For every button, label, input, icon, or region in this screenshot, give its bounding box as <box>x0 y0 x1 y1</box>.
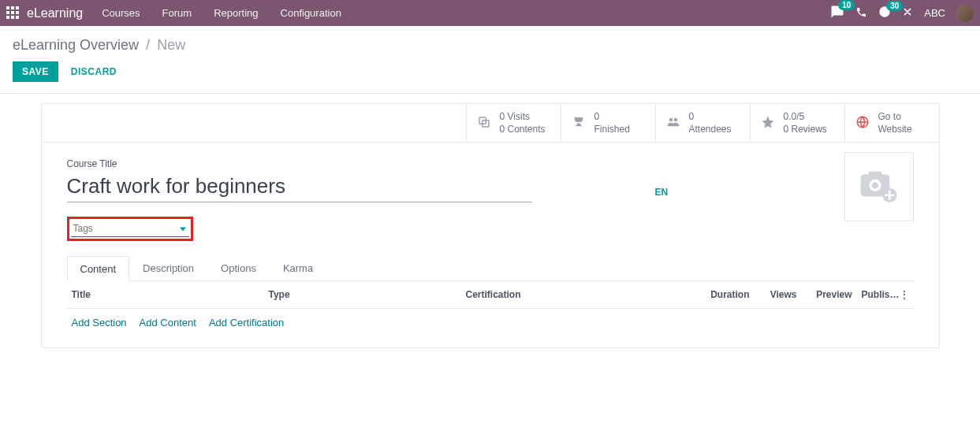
table-menu-icon[interactable]: ⋮ <box>900 289 909 300</box>
tab-description[interactable]: Description <box>129 255 207 280</box>
form-tabs: Content Description Options Karma Title … <box>67 255 914 347</box>
stat-visits[interactable]: 0 Visits 0 Contents <box>466 104 561 142</box>
stat-attendees-line2: Attendees <box>689 123 732 135</box>
stat-finished-line2: Finished <box>594 123 630 135</box>
svg-point-7 <box>871 183 878 189</box>
discard-button[interactable]: DISCARD <box>68 61 120 82</box>
col-title: Title <box>72 289 269 300</box>
content-table-header: Title Type Certification Duration Views … <box>67 281 914 309</box>
course-image-placeholder[interactable] <box>844 152 914 221</box>
form-sheet: 0 Visits 0 Contents 0 Finished 0 Attende… <box>41 103 940 348</box>
course-title-input[interactable] <box>67 173 532 202</box>
copy-icon <box>476 115 492 132</box>
users-icon <box>665 115 681 132</box>
add-content-link[interactable]: Add Content <box>140 317 196 328</box>
messages-icon[interactable]: 10 <box>830 5 844 21</box>
stat-website[interactable]: Go to Website <box>844 104 939 142</box>
star-icon <box>760 115 776 132</box>
top-navbar: eLearning Courses Forum Reporting Config… <box>0 0 980 26</box>
stat-finished-line1: 0 <box>594 110 630 123</box>
tab-content[interactable]: Content <box>67 256 130 281</box>
stat-attendees-line1: 0 <box>689 110 732 123</box>
divider <box>0 93 980 94</box>
tags-highlight-box <box>67 217 193 241</box>
tab-options[interactable]: Options <box>207 255 270 280</box>
globe-icon <box>855 115 870 132</box>
messages-badge: 10 <box>838 0 855 10</box>
breadcrumb-current: New <box>157 37 185 53</box>
content-add-links: Add Section Add Content Add Certificatio… <box>67 309 914 347</box>
svg-point-3 <box>673 117 677 121</box>
tab-karma[interactable]: Karma <box>270 255 326 280</box>
stat-visits-line2: 0 Contents <box>500 123 546 135</box>
breadcrumb: eLearning Overview / New <box>13 37 967 54</box>
add-certification-link[interactable]: Add Certification <box>209 317 284 328</box>
trophy-icon <box>571 115 587 132</box>
stat-attendees[interactable]: 0 Attendees <box>655 104 750 142</box>
svg-rect-8 <box>868 172 881 177</box>
add-section-link[interactable]: Add Section <box>72 317 127 328</box>
stat-website-line1: Go to <box>878 110 912 123</box>
svg-point-2 <box>669 117 673 121</box>
stat-buttons-row: 0 Visits 0 Contents 0 Finished 0 Attende… <box>42 104 939 143</box>
nav-reporting[interactable]: Reporting <box>214 7 258 19</box>
action-bar: SAVE DISCARD <box>0 61 980 93</box>
col-cert: Certification <box>466 289 687 300</box>
close-tray-icon[interactable] <box>902 6 913 20</box>
user-avatar[interactable] <box>956 5 974 22</box>
apps-grid-icon[interactable] <box>6 6 20 20</box>
stat-rating-line1: 0.0/5 <box>784 110 827 123</box>
nav-courses[interactable]: Courses <box>102 7 140 19</box>
stat-visits-line1: 0 Visits <box>500 110 546 123</box>
stat-finished[interactable]: 0 Finished <box>561 104 655 142</box>
tags-input[interactable] <box>71 221 189 237</box>
language-button[interactable]: EN <box>655 187 669 198</box>
col-type: Type <box>269 289 466 300</box>
stat-rating[interactable]: 0.0/5 0 Reviews <box>750 104 844 142</box>
col-views: Views <box>750 289 797 300</box>
app-brand[interactable]: eLearning <box>27 6 83 20</box>
col-publish: Publis… <box>852 289 900 300</box>
col-preview: Preview <box>797 289 852 300</box>
breadcrumb-bar: eLearning Overview / New <box>0 26 980 61</box>
activities-badge: 30 <box>886 1 903 11</box>
activities-icon[interactable]: 30 <box>878 6 891 20</box>
nav-configuration[interactable]: Configuration <box>281 7 341 19</box>
user-name[interactable]: ABC <box>924 7 945 19</box>
stat-rating-line2: 0 Reviews <box>784 123 827 135</box>
nav-forum[interactable]: Forum <box>162 7 192 19</box>
col-duration: Duration <box>687 289 750 300</box>
save-button[interactable]: SAVE <box>13 61 58 82</box>
course-title-label: Course Title <box>67 158 914 169</box>
phone-icon[interactable] <box>855 6 867 20</box>
breadcrumb-link[interactable]: eLearning Overview <box>13 37 139 53</box>
stat-website-line2: Website <box>878 123 912 135</box>
